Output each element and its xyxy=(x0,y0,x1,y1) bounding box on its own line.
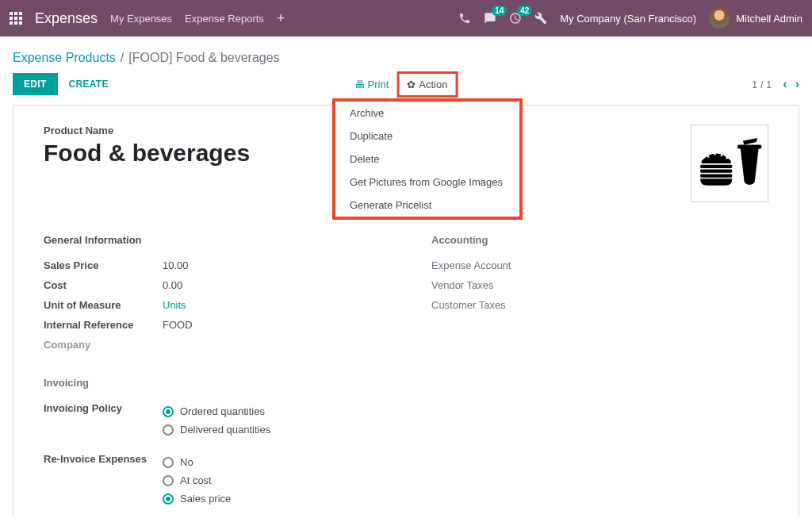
general-info-title: General Information xyxy=(44,234,381,246)
avatar xyxy=(709,8,730,29)
cost-label: Cost xyxy=(44,279,163,291)
radio-icon xyxy=(163,424,174,436)
svg-rect-15 xyxy=(700,170,732,173)
product-image[interactable] xyxy=(691,125,768,202)
action-button[interactable]: ✿ Action xyxy=(402,75,452,94)
radio-icon xyxy=(163,475,174,486)
reinvoice-no[interactable]: No xyxy=(163,453,231,471)
pager-text: 1 / 1 xyxy=(752,79,772,90)
internal-ref-label: Internal Reference xyxy=(44,319,163,331)
breadcrumb-sep: / xyxy=(121,51,124,65)
app-brand[interactable]: Expenses xyxy=(35,10,98,27)
svg-rect-14 xyxy=(700,165,732,168)
expense-account-label: Expense Account xyxy=(431,255,768,275)
pager-prev-icon[interactable]: ‹ xyxy=(783,77,787,91)
svg-rect-0 xyxy=(10,12,13,15)
reinvoice-at-cost[interactable]: At cost xyxy=(163,471,231,489)
messages-icon[interactable]: 14 xyxy=(484,12,496,25)
company-selector[interactable]: My Company (San Francisco) xyxy=(560,13,696,25)
gear-icon: ✿ xyxy=(407,79,416,90)
nav-expense-reports[interactable]: Expense Reports xyxy=(185,13,264,25)
messages-badge: 14 xyxy=(492,6,507,16)
svg-rect-5 xyxy=(19,17,22,20)
sales-price-value: 10.00 xyxy=(163,259,189,271)
action-get-pictures[interactable]: Get Pictures from Google Images xyxy=(335,171,519,194)
invoicing-policy-label: Invoicing Policy xyxy=(44,402,163,414)
activities-icon[interactable]: 42 xyxy=(509,12,522,25)
print-button[interactable]: 🖶 Print xyxy=(354,79,389,90)
action-delete[interactable]: Delete xyxy=(335,148,519,171)
product-name-label: Product Name xyxy=(44,125,250,136)
breadcrumb: Expense Products / [FOOD] Food & beverag… xyxy=(0,36,812,73)
print-icon: 🖶 xyxy=(354,79,365,90)
product-name-value: Food & beverages xyxy=(44,140,250,167)
sales-price-label: Sales Price xyxy=(44,259,163,271)
phone-icon[interactable] xyxy=(458,12,471,25)
new-menu-icon[interactable]: + xyxy=(277,10,285,27)
svg-rect-8 xyxy=(19,21,22,25)
customer-taxes-label: Customer Taxes xyxy=(431,295,768,315)
radio-icon xyxy=(163,406,174,417)
uom-label: Unit of Measure xyxy=(44,299,163,311)
internal-ref-value: FOOD xyxy=(163,319,193,331)
breadcrumb-root[interactable]: Expense Products xyxy=(13,51,116,65)
company-label: Company xyxy=(44,339,163,351)
accounting-section: Accounting Expense Account Vendor Taxes … xyxy=(431,234,768,512)
activities-badge: 42 xyxy=(517,6,532,16)
apps-icon[interactable] xyxy=(10,12,22,25)
svg-rect-9 xyxy=(737,144,761,148)
cost-value: 0.00 xyxy=(163,279,182,291)
breadcrumb-current: [FOOD] Food & beverages xyxy=(128,51,279,65)
svg-point-10 xyxy=(707,155,710,158)
food-icon xyxy=(696,136,763,190)
action-generate-pricelist[interactable]: Generate Pricelist xyxy=(335,194,519,217)
uom-value[interactable]: Units xyxy=(163,299,186,311)
svg-point-13 xyxy=(726,157,728,159)
radio-icon xyxy=(163,457,174,468)
radio-icon xyxy=(163,493,174,505)
accounting-title: Accounting xyxy=(431,234,768,246)
vendor-taxes-label: Vendor Taxes xyxy=(431,275,768,295)
user-name: Mitchell Admin xyxy=(736,13,802,25)
reinvoice-label: Re-Invoice Expenses xyxy=(44,453,163,465)
tools-icon[interactable] xyxy=(534,12,547,25)
svg-rect-6 xyxy=(10,21,13,25)
action-duplicate[interactable]: Duplicate xyxy=(335,125,519,148)
svg-rect-2 xyxy=(19,12,22,15)
svg-point-12 xyxy=(721,155,723,157)
reinvoice-sales-price[interactable]: Sales price xyxy=(163,489,231,508)
svg-rect-1 xyxy=(14,12,17,15)
invoicing-policy-ordered[interactable]: Ordered quantities xyxy=(163,402,270,420)
action-highlight: ✿ Action xyxy=(396,71,458,98)
create-button[interactable]: CREATE xyxy=(58,73,120,95)
general-info-section: General Information Sales Price 10.00 Co… xyxy=(44,234,381,512)
pager-next-icon[interactable]: › xyxy=(795,77,799,91)
svg-rect-16 xyxy=(700,174,732,177)
invoicing-section-title: Invoicing xyxy=(44,377,381,389)
svg-rect-4 xyxy=(14,17,17,20)
svg-rect-7 xyxy=(14,21,17,25)
user-menu[interactable]: Mitchell Admin xyxy=(709,8,802,29)
action-dropdown: Archive Duplicate Delete Get Pictures fr… xyxy=(332,98,523,220)
edit-button[interactable]: EDIT xyxy=(13,73,58,95)
action-archive[interactable]: Archive xyxy=(335,102,519,125)
svg-rect-3 xyxy=(10,17,13,20)
invoicing-policy-delivered[interactable]: Delivered quantities xyxy=(163,420,270,439)
nav-my-expenses[interactable]: My Expenses xyxy=(110,13,172,25)
topbar: Expenses My Expenses Expense Reports + 1… xyxy=(0,0,812,36)
svg-point-11 xyxy=(714,153,716,155)
